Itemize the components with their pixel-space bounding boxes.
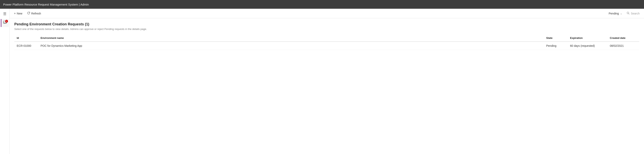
cell-state: Pending: [544, 42, 568, 50]
table-body: ECR-01000POC for Dynamics Marketing AppP…: [14, 42, 639, 50]
table-header-row: Id Environment name State Expiration Cre…: [14, 34, 639, 42]
search-icon: [626, 11, 630, 15]
col-header-state: State: [544, 34, 568, 42]
new-button[interactable]: + New: [12, 10, 24, 16]
app-title: Power Platform Resource Request Manageme…: [3, 3, 89, 6]
toolbar: + New Refresh Pending ⌄: [10, 9, 644, 18]
cell-expiration: 60 days (requested): [568, 42, 608, 50]
sidebar: ☰ 1: [0, 9, 10, 154]
cell-env-name: POC for Dynamics Marketing App: [38, 42, 544, 50]
page-title: Pending Environment Creation Requests (1…: [14, 22, 639, 26]
header-bar: Power Platform Resource Request Manageme…: [0, 0, 644, 9]
col-header-expiration: Expiration: [568, 34, 608, 42]
filter-value: Pending: [608, 12, 619, 15]
new-icon: +: [14, 12, 16, 15]
refresh-button[interactable]: Refresh: [25, 10, 43, 17]
sidebar-item-inbox[interactable]: 1: [1, 19, 9, 27]
new-label: New: [17, 12, 22, 15]
hamburger-icon: ☰: [3, 12, 6, 16]
content-area: + New Refresh Pending ⌄: [10, 9, 644, 154]
search-area[interactable]: Search: [624, 11, 642, 16]
filter-dropdown[interactable]: Pending ⌄: [607, 11, 624, 16]
main-layout: ☰ 1 + New: [0, 9, 644, 154]
table-row[interactable]: ECR-01000POC for Dynamics Marketing AppP…: [14, 42, 639, 50]
refresh-icon: [27, 11, 30, 15]
search-label: Search: [631, 12, 640, 15]
hamburger-button[interactable]: ☰: [1, 10, 8, 17]
page-content: Pending Environment Creation Requests (1…: [10, 18, 644, 154]
chevron-down-icon: ⌄: [620, 12, 622, 15]
table-header: Id Environment name State Expiration Cre…: [14, 34, 639, 42]
cell-id: ECR-01000: [14, 42, 38, 50]
requests-table: Id Environment name State Expiration Cre…: [14, 34, 639, 50]
col-header-created: Created date: [608, 34, 639, 42]
inbox-badge: 1: [5, 20, 8, 23]
refresh-label: Refresh: [31, 12, 41, 15]
page-subtitle: Select one of the requests below to view…: [14, 28, 639, 30]
col-header-name: Environment name: [38, 34, 544, 42]
cell-created-date: 08/02/2021: [608, 42, 639, 50]
col-header-id: Id: [14, 34, 38, 42]
svg-line-2: [628, 13, 629, 14]
